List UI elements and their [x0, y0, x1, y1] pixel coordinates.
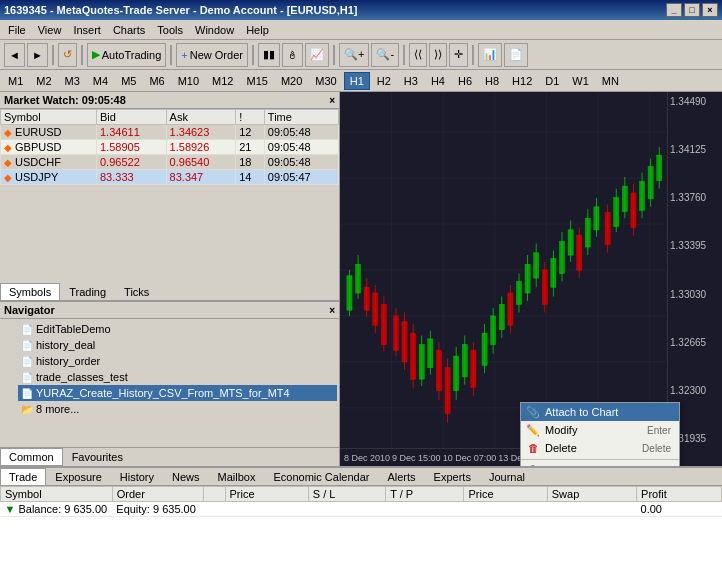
tf-m1[interactable]: M1 [2, 72, 29, 90]
tab-economic-calendar[interactable]: Economic Calendar [264, 468, 378, 485]
new-order-button[interactable]: + New Order [176, 43, 248, 67]
market-watch-close[interactable]: × [329, 95, 335, 106]
new-order-icon: + [181, 49, 187, 61]
menu-view[interactable]: View [32, 20, 68, 39]
nav-item-yuraz[interactable]: 📄 YURAZ_Create_History_CSV_From_MTS_for_… [18, 385, 337, 401]
nav-item-edittabledemo[interactable]: 📄 EditTableDemo [18, 321, 337, 337]
tf-m12[interactable]: M12 [206, 72, 239, 90]
menu-charts[interactable]: Charts [107, 20, 151, 39]
mw-ask: 1.58926 [166, 140, 236, 155]
tf-m4[interactable]: M4 [87, 72, 114, 90]
market-watch-row[interactable]: ◆ EURUSD 1.34611 1.34623 12 09:05:48 [1, 125, 339, 140]
tab-ticks[interactable]: Ticks [115, 283, 158, 300]
market-watch-row[interactable]: ◆ GBPUSD 1.58905 1.58926 21 09:05:48 [1, 140, 339, 155]
tf-m10[interactable]: M10 [172, 72, 205, 90]
nav-item-history-order[interactable]: 📄 history_order [18, 353, 337, 369]
tf-h12[interactable]: H12 [506, 72, 538, 90]
nav-tab-common[interactable]: Common [0, 448, 63, 466]
tab-mailbox[interactable]: Mailbox [209, 468, 265, 485]
forward-button[interactable]: ► [27, 43, 48, 67]
autotrading-button[interactable]: ▶ AutoTrading [87, 43, 167, 67]
tf-m5[interactable]: M5 [115, 72, 142, 90]
timeframe-bar: M1 M2 M3 M4 M5 M6 M10 M12 M15 M20 M30 H1… [0, 70, 722, 92]
tab-alerts[interactable]: Alerts [378, 468, 424, 485]
market-watch-panel: Market Watch: 09:05:48 × Symbol Bid Ask … [0, 92, 339, 302]
chart-svg: 19:30 [340, 92, 667, 448]
scroll-right-button[interactable]: ⟩⟩ [429, 43, 447, 67]
mw-excl: 21 [236, 140, 265, 155]
tab-history[interactable]: History [111, 468, 163, 485]
template-button[interactable]: 📄 [504, 43, 528, 67]
tf-mn[interactable]: MN [596, 72, 625, 90]
ctx-create[interactable]: ➕ Create Insert [521, 462, 679, 466]
content-row: Market Watch: 09:05:48 × Symbol Bid Ask … [0, 92, 722, 466]
nav-item-history-deal[interactable]: 📄 history_deal [18, 337, 337, 353]
tab-exposure[interactable]: Exposure [46, 468, 110, 485]
tf-h6[interactable]: H6 [452, 72, 478, 90]
ctx-attach-to-chart[interactable]: 📎 Attach to Chart [521, 403, 679, 421]
mw-time: 09:05:47 [264, 170, 338, 185]
tf-d1[interactable]: D1 [539, 72, 565, 90]
tf-m30[interactable]: M30 [309, 72, 342, 90]
back-button[interactable]: ◄ [4, 43, 25, 67]
scroll-left-button[interactable]: ⟨⟨ [409, 43, 427, 67]
close-button[interactable]: × [702, 3, 718, 17]
ctx-delete[interactable]: 🗑 Delete Delete [521, 439, 679, 457]
ctx-modify[interactable]: ✏️ Modify Enter [521, 421, 679, 439]
tab-trade[interactable]: Trade [0, 468, 46, 485]
tf-h2[interactable]: H2 [371, 72, 397, 90]
menu-help[interactable]: Help [240, 20, 275, 39]
file-icon: 📄 [20, 370, 34, 384]
tf-m2[interactable]: M2 [30, 72, 57, 90]
tf-w1[interactable]: W1 [566, 72, 595, 90]
bar-chart-button[interactable]: ▮▮ [258, 43, 280, 67]
tab-news[interactable]: News [163, 468, 209, 485]
chart-area[interactable]: 19:30 1.34490 1.34125 1.33760 1.33395 1.… [340, 92, 722, 466]
tab-journal[interactable]: Journal [480, 468, 534, 485]
line-chart-button[interactable]: 📈 [305, 43, 329, 67]
time-1: 8 Dec 2010 [344, 453, 390, 463]
market-watch-table: Symbol Bid Ask ! Time ◆ EURUSD 1.34611 1… [0, 109, 339, 185]
mw-ask: 0.96540 [166, 155, 236, 170]
tf-m3[interactable]: M3 [59, 72, 86, 90]
menu-insert[interactable]: Insert [67, 20, 107, 39]
file-icon: 📄 [20, 322, 34, 336]
price-6: 1.32665 [670, 337, 720, 348]
tf-h8[interactable]: H8 [479, 72, 505, 90]
menu-window[interactable]: Window [189, 20, 240, 39]
crosshair-button[interactable]: ✛ [449, 43, 468, 67]
undo-button[interactable]: ↺ [58, 43, 77, 67]
sep6 [403, 45, 405, 65]
maximize-button[interactable]: □ [684, 3, 700, 17]
sep4 [252, 45, 254, 65]
tab-symbols[interactable]: Symbols [0, 283, 60, 300]
zoom-out-button[interactable]: 🔍- [371, 43, 399, 67]
tf-m15[interactable]: M15 [241, 72, 274, 90]
nav-item-trade-classes[interactable]: 📄 trade_classes_test [18, 369, 337, 385]
tf-h3[interactable]: H3 [398, 72, 424, 90]
delete-icon: 🗑 [525, 440, 541, 456]
minimize-button[interactable]: _ [666, 3, 682, 17]
window-title: 1639345 - MetaQuotes-Trade Server - Demo… [4, 4, 358, 16]
th-price: Price [225, 487, 308, 502]
tab-experts[interactable]: Experts [425, 468, 480, 485]
market-watch-row[interactable]: ◆ USDJPY 83.333 83.347 14 09:05:47 [1, 170, 339, 185]
nav-tab-favourites[interactable]: Favourites [63, 448, 132, 466]
candle-chart-button[interactable]: 🕯 [282, 43, 303, 67]
tf-m20[interactable]: M20 [275, 72, 308, 90]
mw-excl: 12 [236, 125, 265, 140]
tf-h1[interactable]: H1 [344, 72, 370, 90]
modify-shortcut: Enter [647, 425, 671, 436]
menu-file[interactable]: File [2, 20, 32, 39]
market-watch-row[interactable]: ◆ USDCHF 0.96522 0.96540 18 09:05:48 [1, 155, 339, 170]
zoom-in-button[interactable]: 🔍+ [339, 43, 369, 67]
toolbar: ◄ ► ↺ ▶ AutoTrading + New Order ▮▮ 🕯 📈 🔍… [0, 40, 722, 70]
tf-h4[interactable]: H4 [425, 72, 451, 90]
tf-m6[interactable]: M6 [143, 72, 170, 90]
sep5 [333, 45, 335, 65]
menu-tools[interactable]: Tools [151, 20, 189, 39]
tab-trading[interactable]: Trading [60, 283, 115, 300]
indicator-button[interactable]: 📊 [478, 43, 502, 67]
navigator-close[interactable]: × [329, 305, 335, 316]
nav-item-more[interactable]: 📂 8 more... [18, 401, 337, 417]
